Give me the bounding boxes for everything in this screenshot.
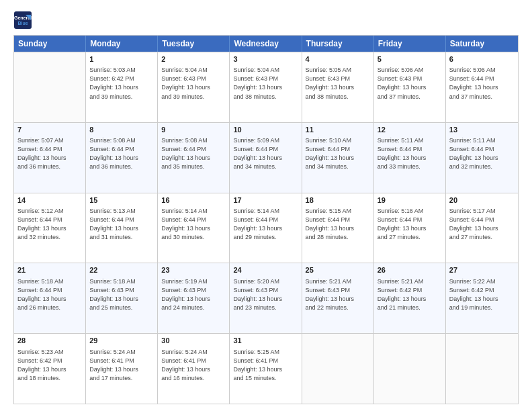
- cal-cell: 31Sunrise: 5:25 AM Sunset: 6:41 PM Dayli…: [230, 334, 302, 404]
- cal-cell: 29Sunrise: 5:24 AM Sunset: 6:41 PM Dayli…: [86, 334, 158, 404]
- day-number: 27: [449, 265, 515, 275]
- day-number: 4: [306, 54, 370, 64]
- calendar-body: 1Sunrise: 5:03 AM Sunset: 6:42 PM Daylig…: [14, 52, 518, 404]
- logo-icon: General Blue: [13, 11, 32, 30]
- week-row-5: 28Sunrise: 5:23 AM Sunset: 6:42 PM Dayli…: [14, 333, 518, 404]
- day-info: Sunrise: 5:18 AM Sunset: 6:44 PM Dayligh…: [17, 277, 82, 312]
- day-number: 12: [378, 125, 442, 135]
- cal-cell: [446, 334, 518, 404]
- cal-cell: 26Sunrise: 5:21 AM Sunset: 6:42 PM Dayli…: [374, 263, 446, 333]
- day-number: 19: [378, 195, 442, 205]
- header-day-wednesday: Wednesday: [230, 36, 302, 52]
- header-day-tuesday: Tuesday: [158, 36, 230, 52]
- header-day-monday: Monday: [86, 36, 158, 52]
- cal-cell: 5Sunrise: 5:06 AM Sunset: 6:43 PM Daylig…: [374, 52, 446, 122]
- logo: General Blue: [13, 11, 32, 30]
- cal-cell: [302, 334, 374, 404]
- day-number: 6: [449, 54, 515, 64]
- cal-cell: 4Sunrise: 5:05 AM Sunset: 6:43 PM Daylig…: [302, 52, 374, 122]
- day-info: Sunrise: 5:22 AM Sunset: 6:42 PM Dayligh…: [449, 277, 515, 312]
- day-number: 23: [161, 265, 226, 275]
- day-info: Sunrise: 5:24 AM Sunset: 6:41 PM Dayligh…: [161, 348, 226, 383]
- week-row-1: 1Sunrise: 5:03 AM Sunset: 6:42 PM Daylig…: [14, 52, 518, 122]
- cal-cell: 30Sunrise: 5:24 AM Sunset: 6:41 PM Dayli…: [158, 334, 230, 404]
- cal-cell: 14Sunrise: 5:12 AM Sunset: 6:44 PM Dayli…: [14, 193, 86, 263]
- day-number: 14: [17, 195, 82, 205]
- day-info: Sunrise: 5:21 AM Sunset: 6:43 PM Dayligh…: [306, 277, 370, 312]
- cal-cell: 24Sunrise: 5:20 AM Sunset: 6:43 PM Dayli…: [230, 263, 302, 333]
- day-info: Sunrise: 5:09 AM Sunset: 6:44 PM Dayligh…: [233, 136, 298, 171]
- header-day-thursday: Thursday: [302, 36, 374, 52]
- day-info: Sunrise: 5:10 AM Sunset: 6:44 PM Dayligh…: [306, 136, 370, 171]
- cal-cell: [14, 52, 86, 122]
- day-info: Sunrise: 5:16 AM Sunset: 6:44 PM Dayligh…: [378, 207, 442, 242]
- day-info: Sunrise: 5:21 AM Sunset: 6:42 PM Dayligh…: [378, 277, 442, 312]
- week-row-4: 21Sunrise: 5:18 AM Sunset: 6:44 PM Dayli…: [14, 263, 518, 333]
- svg-rect-0: [14, 11, 32, 29]
- cal-cell: 10Sunrise: 5:09 AM Sunset: 6:44 PM Dayli…: [230, 123, 302, 193]
- cal-cell: 7Sunrise: 5:07 AM Sunset: 6:44 PM Daylig…: [14, 123, 86, 193]
- day-number: 16: [161, 195, 226, 205]
- day-info: Sunrise: 5:12 AM Sunset: 6:44 PM Dayligh…: [17, 207, 82, 242]
- day-number: 5: [378, 54, 442, 64]
- day-number: 31: [233, 336, 298, 346]
- day-number: 7: [17, 125, 82, 135]
- day-number: 1: [89, 54, 154, 64]
- cal-cell: 1Sunrise: 5:03 AM Sunset: 6:42 PM Daylig…: [86, 52, 158, 122]
- day-number: 3: [233, 54, 298, 64]
- header-day-saturday: Saturday: [446, 36, 518, 52]
- day-info: Sunrise: 5:11 AM Sunset: 6:44 PM Dayligh…: [378, 136, 442, 171]
- day-info: Sunrise: 5:14 AM Sunset: 6:44 PM Dayligh…: [233, 207, 298, 242]
- day-info: Sunrise: 5:06 AM Sunset: 6:44 PM Dayligh…: [449, 66, 515, 101]
- day-info: Sunrise: 5:20 AM Sunset: 6:43 PM Dayligh…: [233, 277, 298, 312]
- cal-cell: 27Sunrise: 5:22 AM Sunset: 6:42 PM Dayli…: [446, 263, 518, 333]
- cal-cell: 20Sunrise: 5:17 AM Sunset: 6:44 PM Dayli…: [446, 193, 518, 263]
- day-info: Sunrise: 5:23 AM Sunset: 6:42 PM Dayligh…: [17, 348, 82, 383]
- day-info: Sunrise: 5:05 AM Sunset: 6:43 PM Dayligh…: [306, 66, 370, 101]
- day-number: 17: [233, 195, 298, 205]
- day-info: Sunrise: 5:04 AM Sunset: 6:43 PM Dayligh…: [161, 66, 226, 101]
- cal-cell: 28Sunrise: 5:23 AM Sunset: 6:42 PM Dayli…: [14, 334, 86, 404]
- day-number: 29: [89, 336, 154, 346]
- cal-cell: 16Sunrise: 5:14 AM Sunset: 6:44 PM Dayli…: [158, 193, 230, 263]
- calendar: SundayMondayTuesdayWednesdayThursdayFrid…: [13, 35, 519, 404]
- day-info: Sunrise: 5:07 AM Sunset: 6:44 PM Dayligh…: [17, 136, 82, 171]
- header-day-sunday: Sunday: [14, 36, 86, 52]
- day-number: 8: [89, 125, 154, 135]
- page: General Blue SundayMondayTuesdayWednesda…: [0, 0, 532, 411]
- day-number: 11: [306, 125, 370, 135]
- day-number: 9: [161, 125, 226, 135]
- calendar-header: SundayMondayTuesdayWednesdayThursdayFrid…: [14, 36, 518, 52]
- cal-cell: 21Sunrise: 5:18 AM Sunset: 6:44 PM Dayli…: [14, 263, 86, 333]
- day-info: Sunrise: 5:03 AM Sunset: 6:42 PM Dayligh…: [89, 66, 154, 101]
- cal-cell: 22Sunrise: 5:18 AM Sunset: 6:43 PM Dayli…: [86, 263, 158, 333]
- cal-cell: 6Sunrise: 5:06 AM Sunset: 6:44 PM Daylig…: [446, 52, 518, 122]
- week-row-3: 14Sunrise: 5:12 AM Sunset: 6:44 PM Dayli…: [14, 193, 518, 263]
- day-number: 20: [449, 195, 515, 205]
- day-number: 28: [17, 336, 82, 346]
- day-number: 22: [89, 265, 154, 275]
- day-number: 21: [17, 265, 82, 275]
- day-number: 15: [89, 195, 154, 205]
- cal-cell: 2Sunrise: 5:04 AM Sunset: 6:43 PM Daylig…: [158, 52, 230, 122]
- cal-cell: 3Sunrise: 5:04 AM Sunset: 6:43 PM Daylig…: [230, 52, 302, 122]
- day-info: Sunrise: 5:17 AM Sunset: 6:44 PM Dayligh…: [449, 207, 515, 242]
- cal-cell: 8Sunrise: 5:08 AM Sunset: 6:44 PM Daylig…: [86, 123, 158, 193]
- day-info: Sunrise: 5:08 AM Sunset: 6:44 PM Dayligh…: [89, 136, 154, 171]
- cal-cell: 19Sunrise: 5:16 AM Sunset: 6:44 PM Dayli…: [374, 193, 446, 263]
- cal-cell: 13Sunrise: 5:11 AM Sunset: 6:44 PM Dayli…: [446, 123, 518, 193]
- day-info: Sunrise: 5:04 AM Sunset: 6:43 PM Dayligh…: [233, 66, 298, 101]
- svg-text:Blue: Blue: [17, 21, 28, 26]
- day-number: 10: [233, 125, 298, 135]
- cal-cell: 23Sunrise: 5:19 AM Sunset: 6:43 PM Dayli…: [158, 263, 230, 333]
- cal-cell: 11Sunrise: 5:10 AM Sunset: 6:44 PM Dayli…: [302, 123, 374, 193]
- day-number: 18: [306, 195, 370, 205]
- day-info: Sunrise: 5:13 AM Sunset: 6:44 PM Dayligh…: [89, 207, 154, 242]
- cal-cell: 17Sunrise: 5:14 AM Sunset: 6:44 PM Dayli…: [230, 193, 302, 263]
- day-info: Sunrise: 5:24 AM Sunset: 6:41 PM Dayligh…: [89, 348, 154, 383]
- day-number: 2: [161, 54, 226, 64]
- day-number: 30: [161, 336, 226, 346]
- day-number: 13: [449, 125, 515, 135]
- day-info: Sunrise: 5:11 AM Sunset: 6:44 PM Dayligh…: [449, 136, 515, 171]
- header-day-friday: Friday: [374, 36, 446, 52]
